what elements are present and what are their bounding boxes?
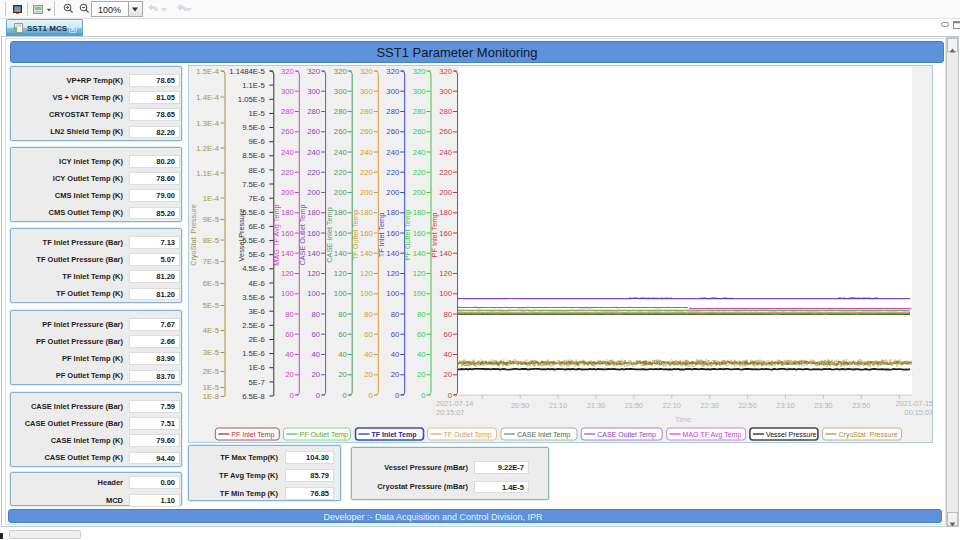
svg-text:40: 40 (443, 350, 452, 359)
svg-text:60: 60 (285, 330, 294, 339)
svg-text:140: 140 (334, 249, 347, 258)
svg-text:7E-6: 7E-6 (249, 194, 265, 203)
svg-text:6.5E-6: 6.5E-6 (242, 208, 265, 217)
svg-text:260: 260 (413, 127, 426, 136)
svg-text:5.5E-6: 5.5E-6 (242, 236, 265, 245)
svg-text:260: 260 (386, 127, 399, 136)
svg-text:140: 140 (307, 249, 320, 258)
svg-text:160: 160 (281, 229, 294, 238)
svg-text:CASE Outlet Temp: CASE Outlet Temp (298, 204, 307, 265)
svg-text:260: 260 (360, 127, 373, 136)
svg-text:0: 0 (369, 391, 373, 400)
svg-text:140: 140 (360, 249, 373, 258)
svg-text:1E-5: 1E-5 (203, 383, 219, 392)
svg-text:80: 80 (417, 310, 426, 319)
svg-text:0: 0 (421, 391, 425, 400)
svg-text:21:30: 21:30 (587, 401, 605, 410)
svg-text:40: 40 (364, 350, 373, 359)
svg-text:220: 220 (413, 168, 426, 177)
svg-text:0: 0 (290, 391, 294, 400)
svg-text:1.1484E-5: 1.1484E-5 (229, 67, 264, 76)
svg-text:180: 180 (334, 208, 347, 217)
svg-text:240: 240 (360, 148, 373, 157)
svg-text:180: 180 (439, 208, 452, 217)
svg-text:1.4E-4: 1.4E-4 (196, 93, 219, 102)
svg-text:Vessel Pressure: Vessel Pressure (237, 209, 246, 262)
svg-text:1.5E-6: 1.5E-6 (242, 349, 265, 358)
svg-text:60: 60 (312, 330, 321, 339)
svg-text:40: 40 (285, 350, 294, 359)
svg-text:20: 20 (312, 370, 321, 379)
svg-text:180: 180 (281, 208, 294, 217)
svg-text:1.3E-4: 1.3E-4 (196, 119, 219, 128)
svg-text:260: 260 (281, 127, 294, 136)
svg-text:300: 300 (360, 87, 373, 96)
svg-text:PF Inlet Temp: PF Inlet Temp (430, 213, 439, 258)
svg-text:5E-5: 5E-5 (203, 301, 219, 310)
svg-text:100: 100 (439, 289, 452, 298)
svg-text:260: 260 (307, 127, 320, 136)
svg-text:200: 200 (360, 188, 373, 197)
svg-text:1E-4: 1E-4 (203, 194, 220, 203)
svg-text:120: 120 (307, 269, 320, 278)
svg-text:TF Outlet Temp: TF Outlet Temp (444, 431, 492, 439)
svg-text:20: 20 (364, 370, 373, 379)
svg-text:40: 40 (391, 350, 400, 359)
svg-text:120: 120 (334, 269, 347, 278)
svg-text:320: 320 (334, 67, 347, 76)
svg-text:320: 320 (281, 67, 294, 76)
svg-text:23:10: 23:10 (776, 401, 794, 410)
svg-text:180: 180 (360, 208, 373, 217)
svg-text:140: 140 (386, 249, 399, 258)
svg-text:320: 320 (360, 67, 373, 76)
svg-text:220: 220 (334, 168, 347, 177)
svg-text:6E-6: 6E-6 (249, 222, 265, 231)
svg-text:80: 80 (338, 310, 347, 319)
svg-text:60: 60 (364, 330, 373, 339)
svg-text:320: 320 (307, 67, 320, 76)
svg-text:320: 320 (386, 67, 399, 76)
svg-text:160: 160 (334, 229, 347, 238)
svg-text:22:10: 22:10 (663, 401, 681, 410)
svg-text:300: 300 (439, 87, 452, 96)
svg-text:120: 120 (386, 269, 399, 278)
svg-text:60: 60 (417, 330, 426, 339)
svg-text:100: 100 (307, 289, 320, 298)
svg-text:20: 20 (338, 370, 347, 379)
svg-text:CASE Inlet Temp: CASE Inlet Temp (517, 431, 570, 439)
svg-text:200: 200 (439, 188, 452, 197)
svg-text:220: 220 (439, 168, 452, 177)
svg-text:160: 160 (439, 229, 452, 238)
svg-text:6.5E-8: 6.5E-8 (242, 392, 265, 401)
svg-text:TF Outlet Temp: TF Outlet Temp (351, 210, 360, 260)
svg-text:100: 100 (413, 289, 426, 298)
svg-text:140: 140 (281, 249, 294, 258)
svg-text:20: 20 (285, 370, 294, 379)
svg-text:21:50: 21:50 (625, 401, 643, 410)
svg-text:120: 120 (281, 269, 294, 278)
svg-text:280: 280 (281, 107, 294, 116)
svg-text:PF Outlet Temp: PF Outlet Temp (403, 210, 412, 261)
svg-text:8E-6: 8E-6 (249, 166, 265, 175)
svg-text:20: 20 (391, 370, 400, 379)
svg-text:20: 20 (443, 370, 452, 379)
svg-text:PF Inlet Temp: PF Inlet Temp (231, 431, 274, 439)
svg-text:200: 200 (281, 188, 294, 197)
svg-text:160: 160 (413, 229, 426, 238)
svg-text:00:15:07: 00:15:07 (905, 408, 933, 417)
svg-text:4.5E-6: 4.5E-6 (242, 264, 265, 273)
svg-text:TF Inlet Temp: TF Inlet Temp (377, 213, 386, 257)
svg-text:1E-6: 1E-6 (249, 363, 265, 372)
svg-text:240: 240 (281, 148, 294, 157)
svg-text:200: 200 (307, 188, 320, 197)
svg-text:MAG TF Avg Temp: MAG TF Avg Temp (272, 204, 281, 265)
svg-text:2E-5: 2E-5 (203, 367, 219, 376)
svg-text:300: 300 (281, 87, 294, 96)
svg-text:2.5E-6: 2.5E-6 (242, 321, 265, 330)
svg-text:100: 100 (334, 289, 347, 298)
svg-text:CryoStat Pressure: CryoStat Pressure (839, 431, 898, 439)
svg-text:160: 160 (360, 229, 373, 238)
svg-text:Vessel Pressure: Vessel Pressure (766, 431, 817, 438)
svg-text:40: 40 (312, 350, 321, 359)
svg-text:220: 220 (386, 168, 399, 177)
